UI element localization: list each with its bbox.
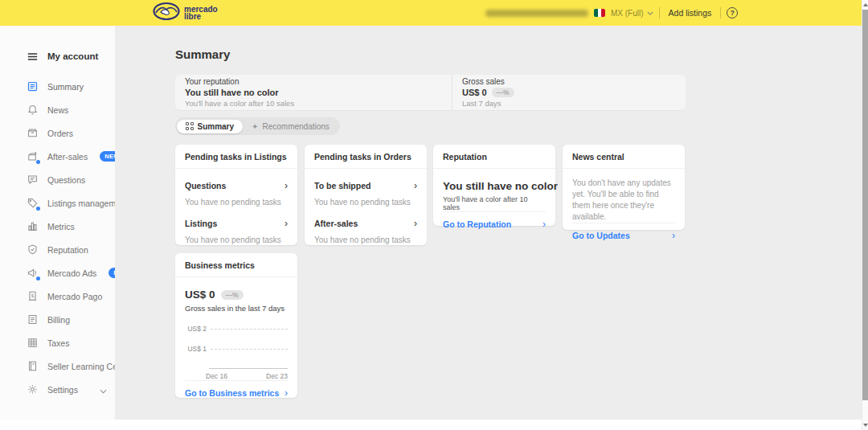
tab-recommendations[interactable]: ✦ Recommendations xyxy=(243,120,338,133)
card-reputation: Reputation You still have no color You'l… xyxy=(433,145,555,226)
sidebar-item-news[interactable]: News xyxy=(0,98,115,121)
task-status: You have no pending tasks xyxy=(314,198,417,207)
header-divider xyxy=(720,7,721,18)
card-business-metrics: Business metrics US$ 0 —% Gross sales in… xyxy=(175,253,297,398)
task-row-after-sales[interactable]: After-sales › xyxy=(314,219,417,228)
tab-summary[interactable]: Summary xyxy=(177,120,243,133)
go-to-updates-link[interactable]: Go to Updates › xyxy=(572,223,675,240)
task-row-listings[interactable]: Listings › xyxy=(185,219,288,228)
metrics-delta-badge: —% xyxy=(221,290,244,300)
gross-sales-label: Gross sales xyxy=(462,77,514,86)
task-row-to-be-shipped[interactable]: To be shipped › xyxy=(314,181,417,190)
gridline xyxy=(211,349,288,350)
chevron-right-icon: › xyxy=(542,220,546,228)
chevron-right-icon: › xyxy=(285,182,288,190)
notification-dot xyxy=(36,160,40,164)
handshake-logo-icon xyxy=(153,2,180,24)
mercado-pago-icon: $ xyxy=(27,290,39,302)
scroll-down-arrow-icon[interactable] xyxy=(863,424,868,427)
reputation-subtitle: You'll have a color after 10 sales xyxy=(443,195,546,211)
chevron-right-icon: › xyxy=(414,219,417,227)
sidebar: My account Summary News Orders xyxy=(0,26,115,420)
gross-sales-delta-badge: —% xyxy=(492,88,514,97)
sidebar-item-questions[interactable]: Questions xyxy=(0,168,115,191)
sidebar-title: My account xyxy=(47,51,98,61)
gross-sales-value: US$ 0 xyxy=(462,88,487,97)
region-label: MX (Full) xyxy=(611,9,644,18)
card-pending-orders: Pending tasks in Orders To be shipped › … xyxy=(305,145,427,245)
task-status: You have no pending tasks xyxy=(185,235,288,244)
listings-management-icon xyxy=(27,197,39,209)
reputation-headline: You still have no color xyxy=(443,180,546,192)
notification-dot xyxy=(36,207,40,211)
card-news-central: News central You don't have any updates … xyxy=(563,145,685,230)
task-status: You have no pending tasks xyxy=(314,235,417,244)
sidebar-item-after-sales[interactable]: After-sales NEW xyxy=(0,145,115,168)
card-title: Pending tasks in Listings xyxy=(175,145,297,169)
menu-icon[interactable] xyxy=(27,51,39,63)
metrics-icon xyxy=(27,220,39,232)
card-title: Reputation xyxy=(433,145,555,169)
card-title: News central xyxy=(563,145,685,169)
sidebar-item-taxes[interactable]: Taxes xyxy=(0,331,115,354)
card-pending-listings: Pending tasks in Listings Questions › Yo… xyxy=(175,145,297,245)
chevron-down-icon xyxy=(100,383,107,397)
task-status: You have no pending tasks xyxy=(185,198,288,207)
brand-wordmark: mercadolibre xyxy=(184,6,218,20)
chevron-right-icon: › xyxy=(285,219,288,227)
zero-value-data-line xyxy=(209,368,288,369)
reputation-hint: You'll have a color after 10 sales xyxy=(185,99,442,108)
after-sales-icon xyxy=(27,150,39,162)
main-content: Summary Your reputation You still have n… xyxy=(115,26,862,420)
header-divider xyxy=(659,7,660,18)
banner-gross-sales-section: Gross sales US$ 0 —% Last 7 days xyxy=(452,75,524,110)
y-axis-tick: US$ 1 xyxy=(185,345,211,353)
add-listings-button[interactable]: Add listings xyxy=(665,8,715,18)
metrics-subtitle: Gross sales in the last 7 days xyxy=(185,304,288,313)
scrollbar-thumb[interactable] xyxy=(862,10,868,400)
chevron-right-icon: › xyxy=(672,231,675,240)
mercado-libre-logo[interactable]: mercadolibre xyxy=(153,2,218,23)
orders-icon xyxy=(27,127,39,139)
scroll-up-arrow-icon[interactable] xyxy=(863,3,868,6)
banner-reputation-section: Your reputation You still have no color … xyxy=(175,75,452,110)
go-to-reputation-link[interactable]: Go to Reputation › xyxy=(443,211,546,229)
settings-icon xyxy=(27,383,39,395)
sidebar-item-metrics[interactable]: Metrics xyxy=(0,215,115,238)
sidebar-item-listings-management[interactable]: Listings management xyxy=(0,191,115,215)
reputation-label: Your reputation xyxy=(185,77,442,86)
region-selector[interactable]: MX (Full) xyxy=(611,9,653,18)
sidebar-item-settings[interactable]: Settings xyxy=(0,378,115,401)
help-icon[interactable]: ? xyxy=(727,7,738,18)
chevron-right-icon: › xyxy=(414,182,417,190)
go-to-business-metrics-link[interactable]: Go to Business metrics › xyxy=(185,380,288,398)
seller-learning-center-icon xyxy=(27,360,39,372)
reputation-banner: Your reputation You still have no color … xyxy=(175,75,686,110)
notification-dot xyxy=(36,276,40,281)
sidebar-item-seller-learning-center[interactable]: Seller Learning Center xyxy=(0,354,115,378)
metrics-value: US$ 0 xyxy=(185,289,215,301)
x-axis-tick: Dec 23 xyxy=(266,372,288,380)
news-body: You don't have any updates yet. You'll b… xyxy=(572,178,675,223)
card-title: Pending tasks in Orders xyxy=(305,145,427,169)
sidebar-item-orders[interactable]: Orders xyxy=(0,121,115,145)
sidebar-item-summary[interactable]: Summary xyxy=(0,75,115,98)
sparkle-icon: ✦ xyxy=(252,122,258,131)
sidebar-item-billing[interactable]: Billing xyxy=(0,308,115,331)
gross-sales-period: Last 7 days xyxy=(462,99,514,108)
card-title: Business metrics xyxy=(175,253,297,277)
sidebar-item-reputation[interactable]: Reputation xyxy=(0,238,115,261)
summary-icon xyxy=(27,80,39,92)
sidebar-item-mercado-ads[interactable]: Mercado Ads NEW xyxy=(0,261,115,285)
sidebar-item-mercado-pago[interactable]: $ Mercado Pago xyxy=(0,285,115,308)
news-icon xyxy=(27,104,39,116)
vertical-scrollbar[interactable] xyxy=(862,0,868,430)
view-tabs: Summary ✦ Recommendations xyxy=(175,117,340,135)
reputation-icon xyxy=(27,244,39,256)
svg-text:$: $ xyxy=(31,293,35,298)
task-row-questions[interactable]: Questions › xyxy=(185,181,288,190)
billing-icon xyxy=(27,313,39,326)
bottom-strip xyxy=(0,420,868,430)
questions-icon xyxy=(27,174,39,186)
chevron-right-icon: › xyxy=(285,389,288,397)
